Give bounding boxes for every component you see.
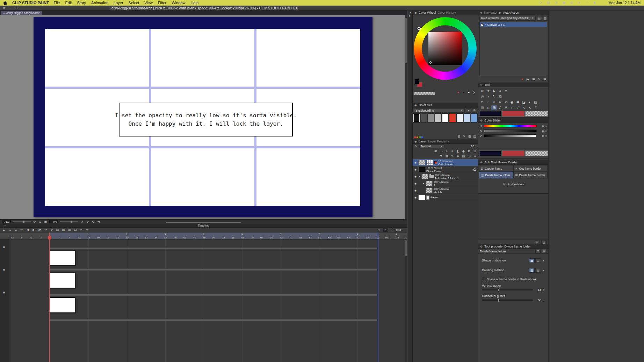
equal-division-icon[interactable]: ▥ bbox=[529, 268, 535, 273]
zoom-slider-thumb[interactable] bbox=[23, 221, 24, 223]
menu-layer[interactable]: Layer bbox=[114, 1, 123, 5]
document-tab[interactable]: × Jerry-Rigged Storyboard* bbox=[1, 11, 42, 15]
lock-transparent-icon[interactable]: ▨ bbox=[462, 155, 465, 158]
bluetooth-icon[interactable]: ✦ bbox=[577, 1, 581, 5]
airbrush-tool-icon[interactable]: ◉ bbox=[509, 99, 515, 105]
pin-panel-icon[interactable]: ⊡ bbox=[535, 240, 540, 245]
zoom-tool-icon[interactable]: ⊕ bbox=[479, 88, 485, 94]
eyedropper-tool-icon[interactable]: ◎ bbox=[479, 94, 485, 99]
hue-value[interactable]: 0 bbox=[538, 125, 544, 128]
fit-to-screen-icon[interactable]: ▣ bbox=[44, 220, 48, 223]
tab-layer-property[interactable]: Layer Property bbox=[428, 140, 449, 143]
canvas-horizontal-scrollbar[interactable] bbox=[166, 222, 241, 223]
vertical-gutter-value[interactable]: 68 bbox=[535, 288, 541, 291]
symmetry-tool-icon[interactable]: ✕ bbox=[527, 105, 533, 110]
layer-thumbnail[interactable] bbox=[426, 181, 433, 186]
play-action-icon[interactable]: ▶ bbox=[526, 78, 530, 81]
sub-color-indicator[interactable] bbox=[502, 150, 525, 156]
text-tool-icon[interactable]: A bbox=[503, 105, 509, 110]
saturation-value-square[interactable] bbox=[428, 32, 462, 65]
menu-edit[interactable]: Edit bbox=[65, 1, 72, 5]
skip-to-start-icon[interactable]: ⇤ bbox=[20, 228, 24, 231]
timeline-current-frame[interactable]: 1 bbox=[383, 228, 388, 232]
onion-skin-icon[interactable]: ▤ bbox=[56, 228, 59, 231]
slider-thumb[interactable] bbox=[498, 299, 499, 302]
zoom-slider[interactable] bbox=[13, 221, 31, 222]
edit-track-icon[interactable]: ✏ bbox=[85, 228, 89, 231]
layer-row[interactable]: ◉Paper bbox=[413, 194, 478, 201]
skip-to-end-icon[interactable]: ⇥ bbox=[44, 228, 48, 231]
battery-icon[interactable]: ▮ bbox=[593, 1, 596, 5]
main-color-swatch[interactable] bbox=[414, 79, 419, 84]
menu-animation[interactable]: Animation bbox=[91, 1, 108, 5]
sub-tool-create-frame[interactable]: ⊞Create frame bbox=[479, 165, 513, 172]
grid-division-icon[interactable]: ▦ bbox=[529, 258, 535, 263]
switch-colors-icon[interactable]: ⟳ bbox=[472, 91, 476, 94]
layer-visibility-icon[interactable]: ◉ bbox=[414, 161, 417, 164]
rotate-cw-icon[interactable]: ↻ bbox=[86, 220, 89, 223]
timeline-playhead[interactable] bbox=[49, 232, 50, 362]
timeline-clip-thumbnail[interactable] bbox=[49, 297, 75, 313]
delete-action-icon[interactable]: ⊟ bbox=[543, 78, 547, 81]
menu-view[interactable]: View bbox=[144, 1, 153, 5]
enable-mask-icon[interactable]: ◫ bbox=[467, 155, 471, 158]
color-swatch[interactable] bbox=[464, 113, 471, 123]
cut-clip-icon[interactable]: ✂ bbox=[79, 228, 83, 231]
layer-thumbnail[interactable] bbox=[426, 188, 433, 193]
frame-border-tool-icon[interactable]: ⊞ bbox=[491, 105, 497, 110]
new-folder-icon[interactable]: ▭ bbox=[439, 150, 443, 153]
pen-tool-icon[interactable]: ✒ bbox=[491, 99, 497, 105]
layer-row[interactable]: ◉100 % Normalsketch bbox=[413, 187, 478, 194]
action-checkbox[interactable]: ✓ bbox=[481, 23, 484, 26]
menu-select[interactable]: Select bbox=[129, 1, 139, 5]
timeline-clip-bar[interactable] bbox=[50, 247, 378, 249]
add-sub-tool-button[interactable]: ⊕ Add sub tool bbox=[478, 182, 548, 187]
auto-action-set-select[interactable]: Rule of thirds ( 3x3 grid any canvas! ) … bbox=[479, 16, 536, 21]
eraser-tool-icon[interactable]: ◪ bbox=[521, 99, 527, 105]
layer-visibility-icon[interactable]: ◉ bbox=[414, 175, 417, 178]
edit-color-set-icon[interactable]: ⚙ bbox=[472, 108, 477, 113]
main-color-indicator[interactable] bbox=[479, 111, 501, 117]
blend-tool-icon[interactable]: ◐ bbox=[527, 99, 533, 105]
sat-value[interactable]: 0 bbox=[538, 130, 544, 133]
layer-thumbnail[interactable] bbox=[426, 160, 433, 165]
panel-menu-icon[interactable]: ▤ bbox=[541, 240, 547, 245]
draft-layer-icon[interactable]: ✎ bbox=[450, 155, 454, 158]
layer-color-mark[interactable] bbox=[434, 161, 437, 164]
color-swatch[interactable] bbox=[456, 113, 463, 123]
gradient-tool-icon[interactable]: ▥ bbox=[479, 105, 485, 110]
timeline-clip-bar[interactable] bbox=[50, 269, 378, 271]
menu-filter[interactable]: Filter bbox=[158, 1, 166, 5]
property-menu-icon[interactable]: ▤ bbox=[542, 249, 547, 253]
menu-help[interactable]: Help bbox=[190, 1, 198, 5]
display-icon[interactable]: ▤ bbox=[547, 1, 550, 5]
color-swatch[interactable] bbox=[471, 113, 478, 123]
color-swatch[interactable] bbox=[427, 113, 434, 123]
timeline-vertical-scrollbar[interactable] bbox=[405, 239, 407, 362]
loop-playback-icon[interactable]: ↻ bbox=[50, 228, 53, 231]
rename-action-icon[interactable]: ✎ bbox=[537, 78, 541, 81]
sync-icon[interactable]: ⟳ bbox=[539, 1, 543, 5]
horizontal-gutter-stepper[interactable]: ▲▼ bbox=[543, 299, 545, 302]
layer-thumbnail[interactable] bbox=[418, 195, 425, 200]
figure-tool-icon[interactable]: ◇ bbox=[485, 105, 491, 110]
auto-action-item[interactable]: ✓›Canvas 3 x 3 bbox=[480, 22, 547, 27]
expand-dock-icon[interactable]: ▸ bbox=[408, 14, 412, 17]
view-mode-icon[interactable]: ▤ bbox=[473, 135, 477, 138]
insert-frame-icon[interactable]: ⊞ bbox=[67, 228, 71, 231]
pencil-tool-icon[interactable]: ✏ bbox=[497, 99, 503, 105]
tab-close-icon[interactable]: × bbox=[3, 12, 5, 15]
canvas-vertical-scrollbar[interactable] bbox=[405, 15, 407, 219]
tab-navigator[interactable]: Navigator bbox=[484, 11, 498, 14]
sub-tool-divide-frame-border[interactable]: ⊟Divide frame border bbox=[513, 172, 548, 178]
val-slider[interactable] bbox=[484, 134, 537, 137]
val-value[interactable]: 0 bbox=[538, 134, 544, 138]
rotate-slider[interactable] bbox=[60, 221, 78, 222]
ratio-division-icon[interactable]: ▤ bbox=[535, 268, 541, 273]
scrollbar-thumb[interactable] bbox=[405, 18, 407, 63]
layer-thumbnail[interactable] bbox=[418, 160, 425, 165]
add-action-icon[interactable]: ⊞ bbox=[531, 78, 535, 81]
rotate-value[interactable]: 0.0 bbox=[49, 220, 58, 223]
transparent-color-swatch[interactable] bbox=[413, 92, 435, 95]
layer-row[interactable]: ◉▼100 % NormalAnimation folder : 1 bbox=[413, 173, 478, 180]
